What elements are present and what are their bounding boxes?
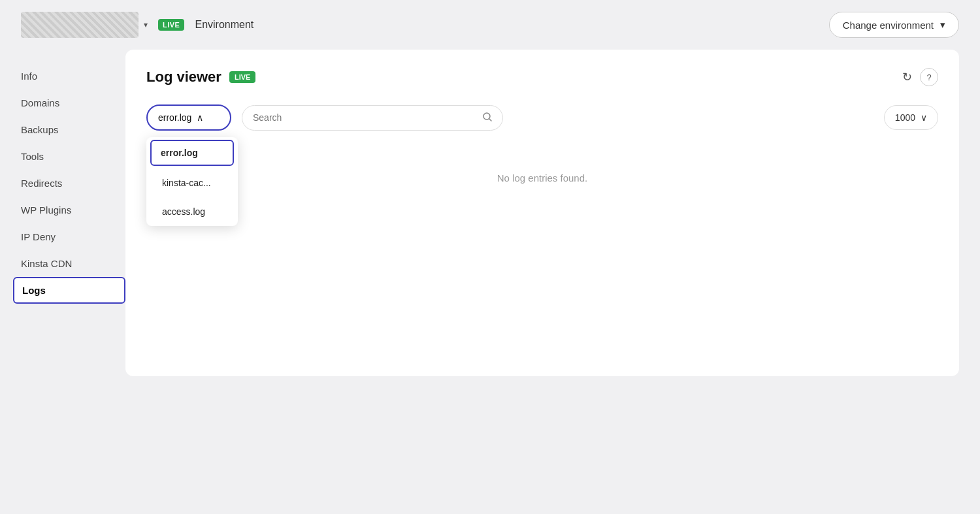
content-area: Log viewer LIVE ↻ ? error.log ∧ <box>125 50 959 376</box>
lines-chevron-down-icon: ∨ <box>921 112 927 123</box>
sidebar-item-domains[interactable]: Domains <box>21 89 125 116</box>
sidebar-item-kinsta-cdn[interactable]: Kinsta CDN <box>21 250 125 277</box>
log-file-selector-container: error.log ∧ error.log kinsta-cac... acce… <box>146 104 231 131</box>
sidebar-item-backups[interactable]: Backups <box>21 116 125 143</box>
logo-chevron-icon[interactable]: ▾ <box>144 20 148 29</box>
header-icons: ↻ ? <box>902 68 938 86</box>
controls-row: error.log ∧ error.log kinsta-cac... acce… <box>146 104 938 131</box>
sidebar-item-logs[interactable]: Logs <box>13 277 125 304</box>
svg-line-1 <box>489 119 491 121</box>
refresh-icon: ↻ <box>902 70 912 84</box>
lines-value: 1000 <box>895 112 915 123</box>
log-viewer-title: Log viewer <box>146 69 221 86</box>
log-viewer-title-row: Log viewer LIVE <box>146 69 255 86</box>
dropdown-item-error-log[interactable]: error.log <box>150 140 234 166</box>
search-container <box>242 105 503 131</box>
search-icon <box>483 112 492 123</box>
sidebar-item-info[interactable]: Info <box>21 63 125 89</box>
change-env-chevron-icon: ▾ <box>940 19 945 31</box>
sidebar-item-tools[interactable]: Tools <box>21 143 125 170</box>
sidebar-item-ip-deny[interactable]: IP Deny <box>21 223 125 250</box>
top-bar: ▾ LIVE Environment Change environment ▾ <box>0 0 980 50</box>
log-viewer-live-badge: LIVE <box>229 71 255 83</box>
help-icon: ? <box>926 72 931 82</box>
change-environment-button[interactable]: Change environment ▾ <box>829 12 959 38</box>
environment-label: Environment <box>195 19 253 31</box>
selected-log-label: error.log <box>158 112 191 123</box>
sidebar-item-redirects[interactable]: Redirects <box>21 170 125 197</box>
refresh-button[interactable]: ↻ <box>902 70 912 84</box>
logo-area: ▾ <box>21 12 148 38</box>
main-layout: Info Domains Backups Tools Redirects WP … <box>0 50 980 376</box>
log-viewer-header: Log viewer LIVE ↻ ? <box>146 68 938 86</box>
logo-image <box>21 12 139 38</box>
lines-dropdown[interactable]: 1000 ∨ <box>884 105 938 130</box>
log-empty-message: No log entries found. <box>146 146 938 210</box>
search-input[interactable] <box>253 112 483 123</box>
log-file-dropdown-trigger[interactable]: error.log ∧ <box>146 104 231 131</box>
live-badge: LIVE <box>158 19 184 31</box>
dropdown-chevron-up-icon: ∧ <box>197 112 203 123</box>
dropdown-item-access-log[interactable]: access.log <box>146 197 238 226</box>
dropdown-item-kinsta-cache[interactable]: kinsta-cac... <box>146 169 238 197</box>
sidebar-item-wp-plugins[interactable]: WP Plugins <box>21 197 125 223</box>
sidebar: Info Domains Backups Tools Redirects WP … <box>21 50 125 376</box>
log-file-dropdown-menu: error.log kinsta-cac... access.log <box>146 137 238 226</box>
help-button[interactable]: ? <box>920 68 938 86</box>
